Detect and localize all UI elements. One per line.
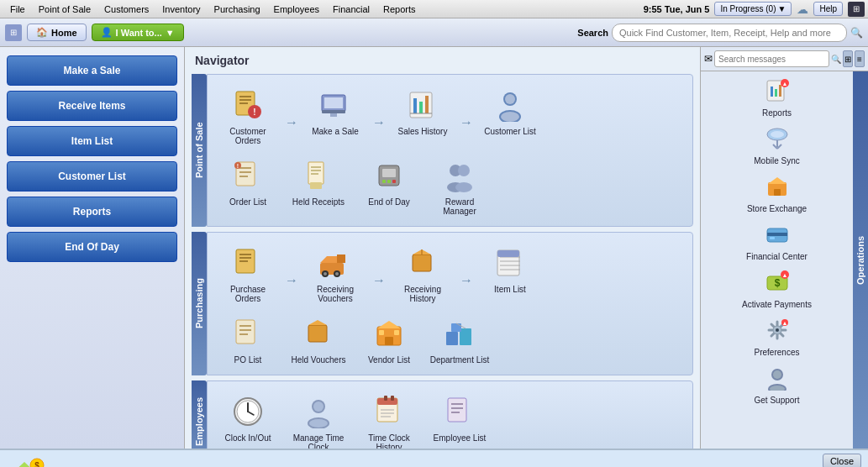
svg-rect-84 xyxy=(384,396,387,401)
nav-clock-inout[interactable]: Clock In/Out xyxy=(214,388,281,449)
operations-side-label: Operations xyxy=(853,71,868,449)
close-promo-button[interactable]: Close xyxy=(823,454,861,467)
ops-get-support[interactable]: Get Support xyxy=(704,362,850,408)
inprogress-button[interactable]: In Progress (0) ▼ xyxy=(714,2,792,16)
menu-inventory[interactable]: Inventory xyxy=(155,3,207,16)
nav-receiving-history[interactable]: Receiving History xyxy=(389,239,456,307)
ops-mobile-sync[interactable]: Mobile Sync xyxy=(704,123,850,169)
message-search-bar: ✉ 🔍 ⊞ ≡ xyxy=(701,47,868,71)
nav-order-list[interactable]: ! Order List xyxy=(214,152,281,219)
nav-vendor-list[interactable]: Vendor List xyxy=(355,310,423,368)
sidebar-customer-list[interactable]: Customer List xyxy=(7,161,177,192)
receiving-history-icon xyxy=(402,243,443,283)
menu-file[interactable]: File xyxy=(3,3,32,16)
ops-financial-center[interactable]: Financial Center xyxy=(704,218,850,265)
customer-list-label: Customer List xyxy=(484,127,536,136)
main-area: Make a Sale Receive Items Item List Cust… xyxy=(0,47,868,449)
employees-section: Employees Clock In/Out xyxy=(192,380,693,449)
nav-sales-history[interactable]: Sales History xyxy=(389,81,456,149)
reward-manager-label: Reward Manager xyxy=(429,197,490,216)
home-button[interactable]: 🏠 Home xyxy=(27,24,87,41)
ops-activate-payments-label: Activate Payments xyxy=(742,300,812,309)
app-icon[interactable]: ⊞ xyxy=(848,2,865,17)
nav-held-receipts[interactable]: Held Receipts xyxy=(285,152,352,219)
help-button[interactable]: Help xyxy=(813,2,843,16)
arrow2: → xyxy=(372,81,386,149)
iwant-button[interactable]: 👤 I Want to... ▼ xyxy=(92,24,184,41)
menu-reports[interactable]: Reports xyxy=(376,3,423,16)
menu-employees[interactable]: Employees xyxy=(267,3,326,16)
nav-department-list[interactable]: Department List xyxy=(426,310,493,368)
svg-text:!: ! xyxy=(237,163,239,169)
arrow1: → xyxy=(285,81,298,149)
svg-point-36 xyxy=(458,165,470,176)
clock-display: 9:55 Tue, Jun 5 xyxy=(644,4,710,14)
svg-rect-108 xyxy=(767,233,787,236)
purchase-orders-icon xyxy=(228,243,268,283)
nav-po-list[interactable]: PO List xyxy=(214,310,281,368)
nav-make-sale[interactable]: Make a Sale xyxy=(302,81,369,149)
app-logo: ⊞ xyxy=(5,24,22,41)
svg-rect-106 xyxy=(774,189,781,196)
purchasing-section-content: Purchase Orders → xyxy=(207,232,693,375)
sidebar-item-list[interactable]: Item List xyxy=(7,126,177,156)
menu-purchasing[interactable]: Purchasing xyxy=(208,3,267,16)
pos-section: Point of Sale ! xyxy=(192,74,693,227)
msg-grid-view-button[interactable]: ⊞ xyxy=(843,50,853,67)
nav-receiving-vouchers[interactable]: Receiving Vouchers xyxy=(302,239,369,307)
department-list-icon xyxy=(439,313,480,354)
nav-held-vouchers[interactable]: Held Vouchers xyxy=(285,310,352,368)
order-list-label: Order List xyxy=(229,197,266,207)
ops-preferences[interactable]: ▲ Preferences xyxy=(704,314,850,360)
financial-center-icon xyxy=(765,222,790,252)
sidebar-end-of-day[interactable]: End Of Day xyxy=(7,232,177,262)
receiving-vouchers-label: Receiving Vouchers xyxy=(305,285,366,303)
receiving-history-label: Receiving History xyxy=(392,285,453,303)
message-search-input[interactable] xyxy=(714,50,829,67)
ops-activate-payments[interactable]: $ ▲ Activate Payments xyxy=(704,266,850,312)
operations-icons: ▲ Reports Mobil xyxy=(701,71,853,449)
nav-time-clock-history[interactable]: Time Clock History xyxy=(355,388,423,449)
nav-manage-time-clock[interactable]: Manage Time Clock xyxy=(285,388,352,449)
nav-employee-list[interactable]: Employee List xyxy=(426,388,493,449)
pos-section-label: Point of Sale xyxy=(192,74,207,227)
sidebar-make-sale[interactable]: Make a Sale xyxy=(7,55,177,86)
promo-icon: $ xyxy=(8,455,45,467)
search-input[interactable] xyxy=(612,24,847,42)
nav-item-list[interactable]: Item List xyxy=(476,239,544,307)
nav-customer-orders[interactable]: ! Customer Orders xyxy=(214,81,281,149)
svg-rect-34 xyxy=(392,180,396,183)
menu-customers[interactable]: Customers xyxy=(97,3,155,16)
msg-list-view-button[interactable]: ≡ xyxy=(855,50,865,67)
nav-customer-list[interactable]: Customer List xyxy=(476,81,544,149)
nav-end-of-day[interactable]: End of Day xyxy=(355,152,423,219)
held-vouchers-label: Held Vouchers xyxy=(291,355,345,365)
nav-reward-manager[interactable]: Reward Manager xyxy=(426,152,493,219)
get-support-icon xyxy=(765,365,790,396)
customer-orders-icon: ! xyxy=(228,85,268,125)
svg-rect-72 xyxy=(451,323,461,332)
ops-store-exchange[interactable]: Store Exchange xyxy=(704,171,850,217)
sidebar-reports[interactable]: Reports xyxy=(7,197,177,227)
dropdown-arrow-icon: ▼ xyxy=(166,28,175,38)
sales-history-label: Sales History xyxy=(398,127,448,136)
home-label: Home xyxy=(51,28,77,38)
svg-point-119 xyxy=(776,328,779,332)
po-list-icon xyxy=(228,313,268,354)
svg-rect-45 xyxy=(337,254,345,263)
cloud-icon: ☁ xyxy=(797,3,808,16)
svg-rect-9 xyxy=(330,113,337,117)
nav-purchase-orders[interactable]: Purchase Orders xyxy=(214,239,281,307)
sales-history-icon xyxy=(402,85,443,125)
sidebar-receive-items[interactable]: Receive Items xyxy=(7,91,177,121)
purchase-orders-label: Purchase Orders xyxy=(218,285,278,303)
svg-rect-29 xyxy=(310,182,322,189)
menu-financial[interactable]: Financial xyxy=(326,3,376,16)
purchasing-section-label: Purchasing xyxy=(192,232,207,375)
search-icon: 🔍 xyxy=(850,27,863,39)
reward-manager-icon xyxy=(439,155,480,196)
left-sidebar: Make a Sale Receive Items Item List Cust… xyxy=(0,47,185,449)
menu-pos[interactable]: Point of Sale xyxy=(32,3,97,16)
svg-point-124 xyxy=(773,370,781,379)
ops-reports[interactable]: ▲ Reports xyxy=(704,75,850,121)
